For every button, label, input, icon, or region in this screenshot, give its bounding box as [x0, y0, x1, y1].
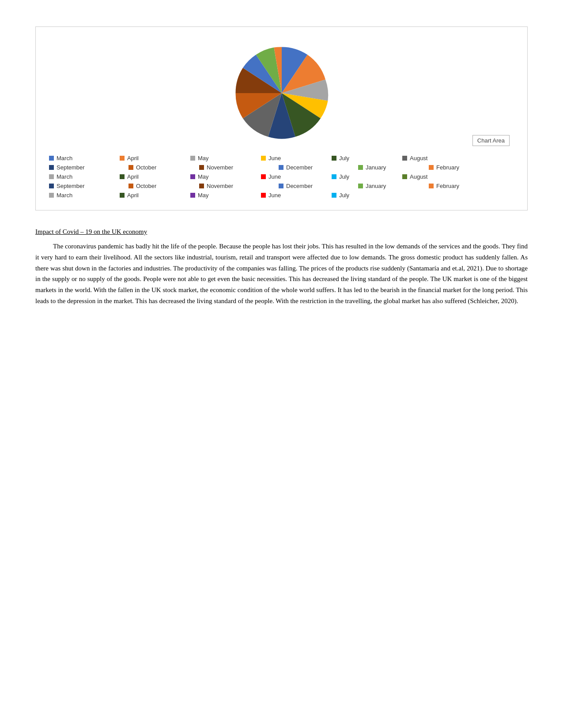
legend-row-1: March April May June July August	[49, 155, 514, 161]
legend-item-may-2: May	[190, 173, 261, 180]
legend-label-july-2: July	[339, 173, 349, 180]
legend-item-september-1: September	[49, 164, 128, 171]
legend-label-april-3: April	[127, 192, 139, 199]
legend-item-april-1: April	[120, 155, 190, 161]
legend-box-january-2	[358, 184, 363, 188]
legend-item-december-1: December	[279, 164, 358, 171]
legend-item-march-2: March	[49, 173, 120, 180]
legend-label-may-1: May	[198, 155, 209, 161]
legend-box-january-1	[358, 165, 363, 170]
legend-box-april-3	[120, 193, 125, 198]
legend-box-february-1	[429, 165, 434, 170]
legend-box-july-1	[332, 156, 336, 161]
legend-label-october-2: October	[136, 183, 156, 189]
legend-item-april-2: April	[120, 173, 190, 180]
legend-row-4: September October November December Janu…	[49, 183, 514, 189]
legend-area: March April May June July August	[45, 155, 518, 199]
body-text: The coronavirus pandemic has badly hit t…	[35, 241, 528, 307]
legend-box-august-1	[402, 156, 407, 161]
legend-box-december-2	[279, 184, 283, 188]
legend-item-march-3: March	[49, 192, 120, 199]
legend-label-june-1: June	[268, 155, 281, 161]
legend-item-november-2: November	[199, 183, 279, 189]
legend-item-february-2: February	[429, 183, 499, 189]
legend-item-october-1: October	[128, 164, 199, 171]
legend-box-july-2	[332, 174, 336, 179]
legend-item-august-1: August	[402, 155, 473, 161]
legend-box-april-2	[120, 174, 125, 179]
legend-label-october-1: October	[136, 164, 156, 171]
legend-label-january-2: January	[366, 183, 386, 189]
legend-label-august-2: August	[410, 173, 427, 180]
legend-box-august-2	[402, 174, 407, 179]
pie-chart-wrapper: Chart Area	[45, 36, 518, 150]
legend-item-december-2: December	[279, 183, 358, 189]
legend-item-january-2: January	[358, 183, 429, 189]
legend-label-march-3: March	[57, 192, 72, 199]
legend-label-november-1: November	[207, 164, 233, 171]
legend-label-may-2: May	[198, 173, 209, 180]
legend-label-september-1: September	[57, 164, 85, 171]
legend-label-november-2: November	[207, 183, 233, 189]
legend-label-december-1: December	[286, 164, 313, 171]
legend-label-april-1: April	[127, 155, 139, 161]
legend-item-september-2: September	[49, 183, 128, 189]
legend-box-march-3	[49, 193, 54, 198]
legend-box-may-1	[190, 156, 195, 161]
pie-chart	[233, 45, 330, 142]
legend-item-march-1: March	[49, 155, 120, 161]
legend-label-july-1: July	[339, 155, 349, 161]
legend-item-july-3: July	[332, 192, 402, 199]
legend-box-may-2	[190, 174, 195, 179]
legend-label-september-2: September	[57, 183, 85, 189]
legend-item-june-3: June	[261, 192, 332, 199]
legend-item-july-1: July	[332, 155, 402, 161]
legend-box-march-1	[49, 156, 54, 161]
legend-box-may-3	[190, 193, 195, 198]
legend-item-april-3: April	[120, 192, 190, 199]
legend-box-october-2	[128, 184, 133, 188]
legend-label-april-2: April	[127, 173, 139, 180]
legend-box-september-2	[49, 184, 54, 188]
legend-item-may-1: May	[190, 155, 261, 161]
legend-label-march-1: March	[57, 155, 72, 161]
legend-box-june-1	[261, 156, 266, 161]
chart-container: Chart Area March April May June Jul	[35, 26, 528, 210]
legend-label-june-3: June	[268, 192, 281, 199]
legend-item-august-2: August	[402, 173, 473, 180]
legend-box-october-1	[128, 165, 133, 170]
chart-area-label: Chart Area	[472, 135, 510, 146]
legend-box-june-3	[261, 193, 266, 198]
legend-box-june-2	[261, 174, 266, 179]
legend-label-may-3: May	[198, 192, 209, 199]
legend-item-june-1: June	[261, 155, 332, 161]
legend-box-july-3	[332, 193, 336, 198]
legend-box-december-1	[279, 165, 283, 170]
legend-box-september-1	[49, 165, 54, 170]
legend-item-july-2: July	[332, 173, 402, 180]
legend-item-january-1: January	[358, 164, 429, 171]
legend-label-july-3: July	[339, 192, 349, 199]
legend-label-december-2: December	[286, 183, 313, 189]
legend-label-february-1: February	[436, 164, 459, 171]
legend-item-october-2: October	[128, 183, 199, 189]
legend-box-february-2	[429, 184, 434, 188]
legend-box-april-1	[120, 156, 125, 161]
legend-row-2: September October November December Janu…	[49, 164, 514, 171]
legend-item-november-1: November	[199, 164, 279, 171]
legend-label-june-2: June	[268, 173, 281, 180]
text-section: Impact of Covid – 19 on the UK economy T…	[35, 228, 528, 307]
legend-label-august-1: August	[410, 155, 427, 161]
section-heading: Impact of Covid – 19 on the UK economy	[35, 228, 528, 236]
legend-row-5: March April May June July	[49, 192, 514, 199]
legend-box-november-1	[199, 165, 204, 170]
legend-label-january-1: January	[366, 164, 386, 171]
legend-box-march-2	[49, 174, 54, 179]
legend-item-february-1: February	[429, 164, 499, 171]
legend-label-february-2: February	[436, 183, 459, 189]
legend-item-june-2: June	[261, 173, 332, 180]
legend-label-march-2: March	[57, 173, 72, 180]
legend-item-may-3: May	[190, 192, 261, 199]
legend-box-november-2	[199, 184, 204, 188]
legend-row-3: March April May June July August	[49, 173, 514, 180]
